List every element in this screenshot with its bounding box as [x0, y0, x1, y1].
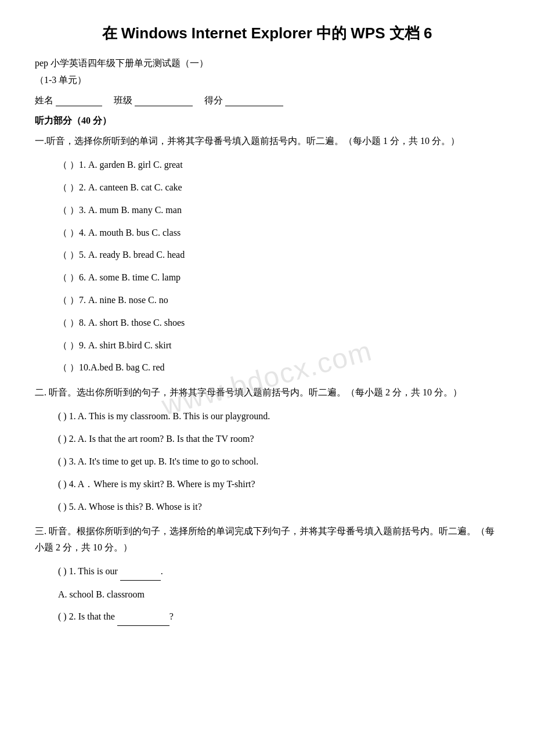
section-two-questions: ( ) 1. A. This is my classroom. B. This … — [35, 408, 499, 515]
q2-1: ( ) 1. A. This is my classroom. B. This … — [58, 408, 499, 425]
section-one: 一.听音，选择你所听到的单词，并将其字母番号填入题前括号内。听二遍。（每小题 1… — [35, 133, 499, 376]
q1-8: （ ）8. A. short B. those C. shoes — [58, 315, 499, 332]
student-info-row: 姓名 班级 得分 — [35, 95, 499, 107]
q3-2-blank — [117, 609, 169, 626]
listening-header: 听力部分（40 分） — [35, 115, 499, 127]
subtitle: pep 小学英语四年级下册单元测试题（一） — [35, 57, 499, 70]
q3-2-text: ( ) 2. Is that the ? — [58, 611, 174, 621]
name-blank — [56, 95, 102, 106]
q2-3: ( ) 3. A. It's time to get up. B. It's t… — [58, 453, 499, 470]
section-three-title: 三. 听音。根据你所听到的句子，选择所给的单词完成下列句子，并将其字母番号填入题… — [35, 523, 499, 555]
q3-1-text: ( ) 1. This is our . — [58, 566, 163, 576]
q1-10: （ ）10.A.bed B. bag C. red — [58, 359, 499, 376]
unit-range: （1-3 单元） — [35, 74, 499, 87]
section-two-title: 二. 听音。选出你所听到的句子，并将其字母番号填入题前括号内。听二遍。（每小题 … — [35, 384, 499, 400]
q1-3: （ ）3. A. mum B. many C. man — [58, 202, 499, 219]
q1-4: （ ）4. A. mouth B. bus C. class — [58, 225, 499, 242]
section-three: 三. 听音。根据你所听到的句子，选择所给的单词完成下列句子，并将其字母番号填入题… — [35, 523, 499, 626]
q3-1-blank — [120, 563, 161, 581]
name-field: 姓名 — [35, 95, 102, 107]
q1-6: （ ）6. A. some B. time C. lamp — [58, 269, 499, 286]
score-field: 得分 — [204, 95, 283, 107]
class-blank — [135, 95, 193, 106]
page-title: 在 Windows Internet Explorer 中的 WPS 文档 6 — [35, 23, 499, 44]
q3-1-options-text: A. school B. classroom — [58, 589, 145, 599]
score-blank — [225, 95, 283, 106]
class-field: 班级 — [114, 95, 193, 107]
q1-2: （ ）2. A. canteen B. cat C. cake — [58, 179, 499, 196]
score-label: 得分 — [204, 95, 223, 107]
q2-5: ( ) 5. A. Whose is this? B. Whose is it? — [58, 499, 499, 516]
q2-4: ( ) 4. A．Where is my skirt? B. Where is … — [58, 476, 499, 493]
class-label: 班级 — [114, 95, 132, 107]
q3-1-options: A. school B. classroom — [58, 586, 499, 603]
q1-7: （ ）7. A. nine B. nose C. no — [58, 292, 499, 309]
q2-2: ( ) 2. A. Is that the art room? B. Is th… — [58, 431, 499, 448]
name-label: 姓名 — [35, 95, 53, 107]
section-three-questions: ( ) 1. This is our . A. school B. classr… — [35, 563, 499, 626]
q1-9: （ ）9. A. shirt B.bird C. skirt — [58, 337, 499, 354]
q1-1: （ ）1. A. garden B. girl C. great — [58, 157, 499, 174]
section-one-title: 一.听音，选择你所听到的单词，并将其字母番号填入题前括号内。听二遍。（每小题 1… — [35, 133, 499, 149]
section-one-questions: （ ）1. A. garden B. girl C. great （ ）2. A… — [35, 157, 499, 376]
q1-5: （ ）5. A. ready B. bread C. head — [58, 247, 499, 264]
q3-1: ( ) 1. This is our . — [58, 563, 499, 581]
q3-2: ( ) 2. Is that the ? — [58, 609, 499, 626]
section-two: 二. 听音。选出你所听到的句子，并将其字母番号填入题前括号内。听二遍。（每小题 … — [35, 384, 499, 515]
